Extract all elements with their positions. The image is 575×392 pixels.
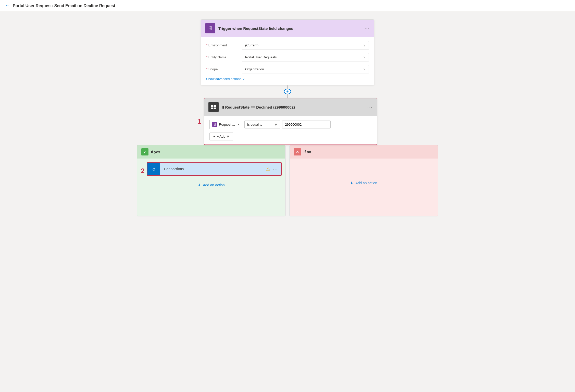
add-condition-button[interactable]: + + Add ∨ — [209, 133, 372, 140]
token-icon: 🗄 — [212, 122, 217, 127]
trigger-more-options[interactable]: ··· — [365, 26, 370, 31]
add-action-yes-button[interactable]: ⬇ Add an action — [141, 179, 282, 191]
condition-title: If RequestState == Declined (299600002) — [222, 105, 295, 109]
branch-area: ✓ If yes 2 O Connections — [137, 145, 438, 216]
page-title: Portal User Request: Send Email on Decli… — [13, 4, 115, 8]
branch-no: ✕ If no ⬇ Add an action — [290, 145, 438, 216]
connections-icons-right: ⚠ ··· — [266, 166, 281, 172]
token-label: Request ... — [219, 123, 235, 126]
connections-label: Connections — [160, 167, 266, 171]
add-icon: + — [213, 135, 215, 138]
entity-label: * Entity Name — [206, 55, 242, 59]
condition-card: If RequestState == Declined (299600002) … — [204, 98, 377, 145]
connections-more-options[interactable]: ··· — [273, 166, 278, 172]
scope-select[interactable]: Organization ∨ — [242, 65, 369, 73]
canvas: 🗄 Trigger when RequestState field change… — [0, 12, 575, 224]
condition-icon — [208, 102, 219, 112]
show-advanced-button[interactable]: Show advanced options ∨ — [206, 77, 369, 81]
scope-chevron: ∨ — [363, 68, 366, 71]
environment-select[interactable]: (Current) ∨ — [242, 41, 369, 49]
scope-label: * Scope — [206, 67, 242, 71]
branch-no-x: ✕ — [294, 148, 301, 155]
connector: + — [284, 85, 291, 98]
environment-label: * Environment — [206, 43, 242, 47]
condition-more-options[interactable]: ··· — [367, 104, 373, 110]
branch-yes-body: 2 O Connections ⚠ ··· — [137, 159, 285, 194]
trigger-body: * Environment (Current) ∨ * Entity Name … — [201, 37, 374, 85]
trigger-card: 🗄 Trigger when RequestState field change… — [201, 19, 374, 85]
connections-card: O Connections ⚠ ··· — [147, 162, 282, 176]
top-bar: ← Portal User Request: Send Email on Dec… — [0, 0, 575, 12]
branch-no-label: If no — [304, 150, 311, 154]
branch-yes-header: ✓ If yes — [137, 145, 285, 159]
add-action-no-icon: ⬇ — [350, 181, 353, 185]
svg-text:O: O — [153, 167, 155, 171]
branch-yes-check: ✓ — [141, 148, 148, 155]
trigger-title: Trigger when RequestState field changes — [218, 26, 293, 31]
operator-chevron: ∨ — [275, 123, 277, 126]
svg-rect-3 — [214, 108, 216, 109]
svg-rect-2 — [211, 108, 213, 109]
branch-yes: ✓ If yes 2 O Connections — [137, 145, 285, 216]
condition-number: 1 — [198, 117, 201, 125]
field-row-environment: * Environment (Current) ∨ — [206, 41, 369, 49]
entity-select[interactable]: Portal User Requests ∨ — [242, 53, 369, 61]
trigger-icon: 🗄 — [205, 23, 215, 33]
add-action-icon: ⬇ — [198, 183, 201, 187]
branch-no-body: ⬇ Add an action — [290, 159, 438, 192]
svg-rect-0 — [211, 105, 213, 107]
trigger-header: 🗄 Trigger when RequestState field change… — [201, 20, 374, 37]
svg-rect-1 — [214, 105, 216, 107]
environment-chevron: ∨ — [363, 44, 366, 47]
field-row-scope: * Scope Organization ∨ — [206, 65, 369, 73]
add-btn[interactable]: + + Add ∨ — [209, 133, 233, 140]
branch-yes-label: If yes — [151, 150, 160, 154]
add-action-no-button[interactable]: ⬇ Add an action — [293, 177, 434, 189]
entity-chevron: ∨ — [363, 56, 366, 59]
value-input[interactable] — [282, 121, 331, 128]
connections-number: 2 — [141, 167, 144, 175]
field-row-entity: * Entity Name Portal User Requests ∨ — [206, 53, 369, 61]
condition-wrapper: 1 If RequestState == Declined (299600002… — [198, 98, 377, 145]
back-button[interactable]: ← — [5, 3, 10, 8]
connections-icon: O — [147, 163, 160, 175]
condition-row: 🗄 Request ... × is equal to ∨ — [209, 120, 372, 129]
operator-select[interactable]: is equal to ∨ — [244, 121, 280, 128]
token-close-button[interactable]: × — [238, 122, 240, 126]
connector-line-bottom — [287, 94, 288, 98]
connector-line-top — [287, 85, 288, 89]
warning-icon: ⚠ — [266, 166, 270, 172]
condition-body: 🗄 Request ... × is equal to ∨ + + Add ∨ — [204, 116, 377, 145]
branch-no-header: ✕ If no — [290, 145, 438, 159]
request-state-token[interactable]: 🗄 Request ... × — [209, 120, 242, 129]
connections-wrapper: 2 O Connections ⚠ ··· — [141, 162, 282, 179]
condition-header: If RequestState == Declined (299600002) … — [204, 98, 377, 116]
add-step-button[interactable]: + — [284, 89, 291, 94]
